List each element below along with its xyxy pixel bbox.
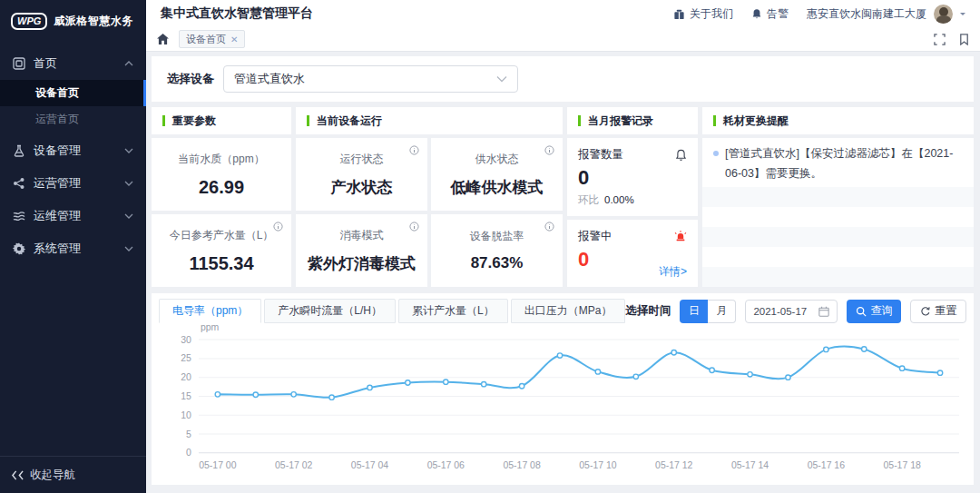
sidebar-item-label: 系统管理 [34, 241, 81, 257]
tab-bar: 设备首页 ✕ [146, 27, 980, 52]
panel-month-alarms: 当月报警记录 报警数量 0 环比0.00% 报警中 [567, 107, 698, 287]
panel-title: 当月报警记录 [588, 113, 653, 129]
empty-row [702, 207, 974, 227]
day-toggle[interactable]: 日 [680, 300, 708, 323]
layers-icon [13, 210, 25, 222]
card-value: 26.99 [199, 177, 244, 198]
chart-tab-label: 出口压力（MPa） [524, 303, 612, 319]
date-picker[interactable]: 2021-05-17 [745, 300, 838, 323]
fullscreen-icon[interactable] [934, 34, 946, 45]
stat-card: 供水状态低峰供水模式 [431, 138, 563, 211]
svg-text:05-17 06: 05-17 06 [427, 459, 465, 470]
device-select[interactable]: 管道式直饮水 [223, 65, 518, 93]
panel-device-running: 当前设备运行 运行状态产水状态供水状态低峰供水模式消毒模式紫外灯消毒模式设备脱盐… [296, 107, 563, 287]
sidebar-item-1[interactable]: 设备管理 [0, 134, 146, 167]
sidebar-menu: 首页设备首页运营首页设备管理运营管理运维管理系统管理 [0, 47, 146, 265]
gear-icon [13, 242, 25, 255]
panel-header: 当前设备运行 [296, 107, 563, 134]
chart-tab-1[interactable]: 产水瞬时流量（L/H） [264, 299, 396, 323]
chart-tab-3[interactable]: 出口压力（MPa） [511, 299, 626, 323]
wpg-logo: WPG [11, 13, 47, 30]
info-icon[interactable] [409, 145, 419, 155]
panel-title: 当前设备运行 [317, 113, 382, 129]
empty-row [702, 227, 974, 247]
panel-title: 耗材更换提醒 [723, 113, 789, 129]
app: WPG 威派格智慧水务 首页设备首页运营首页设备管理运营管理运维管理系统管理 收… [0, 0, 980, 493]
about-us-link[interactable]: 关于我们 [673, 6, 733, 22]
svg-text:05-17 04: 05-17 04 [351, 459, 388, 470]
header-actions: 关于我们 告警 惠安直饮水闽南建工大厦 [673, 5, 965, 24]
ops-icon [13, 177, 25, 190]
svg-text:5: 5 [186, 429, 191, 439]
svg-text:15: 15 [181, 390, 191, 401]
chart-tab-0[interactable]: 电导率（ppm） [159, 299, 261, 323]
alarm-detail-link[interactable]: 详情> [659, 264, 687, 280]
chevron-down-icon [124, 246, 133, 251]
chart-controls: 选择时间 日 月 2021-05-17 查询 [625, 300, 966, 323]
chart-panel: 电导率（ppm）产水瞬时流量（L/H）累计产水量（L）出口压力（MPa） 选择时… [152, 293, 974, 485]
green-bar [307, 115, 309, 126]
sidebar-item-2[interactable]: 运营管理 [0, 167, 146, 200]
main-area: 集中式直饮水智慧管理平台 关于我们 告警 惠安直饮水闽南建工大厦 [146, 0, 980, 493]
flask-icon [13, 144, 25, 157]
bullet-dot [713, 151, 719, 156]
page-title: 集中式直饮水智慧管理平台 [161, 5, 313, 22]
search-icon [856, 306, 867, 317]
panel-consumables: 耗材更换提醒 [管道式直饮水]【保安过滤器滤芯】在【2021-06-03】需要更… [702, 107, 974, 287]
sidebar-subitem-1[interactable]: 运营首页 [0, 106, 146, 133]
subitem-label: 运营首页 [35, 112, 79, 127]
chart-toolbar: 电导率（ppm）产水瞬时流量（L/H）累计产水量（L）出口压力（MPa） 选择时… [152, 293, 974, 323]
sidebar-item-label: 运维管理 [34, 208, 81, 224]
bell-icon [751, 8, 762, 20]
card-label: 运行状态 [340, 152, 384, 167]
panel-header: 重要参数 [152, 107, 291, 134]
card-value: 产水状态 [331, 177, 393, 198]
sidebar: WPG 威派格智慧水务 首页设备首页运营首页设备管理运营管理运维管理系统管理 收… [0, 0, 146, 493]
empty-row [702, 187, 974, 207]
panel-header: 当月报警记录 [567, 107, 698, 134]
sidebar-item-0[interactable]: 首页 [0, 47, 146, 80]
empty-row [702, 267, 974, 287]
info-icon[interactable] [544, 145, 554, 155]
query-button[interactable]: 查询 [847, 300, 901, 323]
sidebar-subitem-0[interactable]: 设备首页 [0, 80, 146, 106]
info-icon[interactable] [409, 222, 419, 232]
info-icon[interactable] [544, 222, 554, 232]
alarm-ratio: 环比0.00% [578, 193, 687, 207]
stat-card: 消毒模式紫外灯消毒模式 [296, 214, 427, 287]
alarm-active-card: 报警中 0 详情> [567, 220, 698, 287]
chart-tab-2[interactable]: 累计产水量（L） [398, 299, 508, 323]
card-label: 今日参考产水量（L） [170, 228, 274, 243]
card-value: 紫外灯消毒模式 [308, 253, 416, 274]
tabbar-right-icons [934, 34, 969, 45]
reset-button[interactable]: 重置 [910, 300, 966, 323]
month-toggle[interactable]: 月 [708, 300, 736, 323]
reset-label: 重置 [935, 303, 956, 319]
alarm-link[interactable]: 告警 [751, 6, 789, 22]
svg-text:ppm: ppm [201, 325, 220, 332]
avatar [934, 5, 953, 24]
sidebar-item-4[interactable]: 系统管理 [0, 232, 146, 265]
sidebar-item-3[interactable]: 运维管理 [0, 200, 146, 232]
account-menu[interactable]: 惠安直饮水闽南建工大厦 [807, 5, 965, 24]
chevron-down-icon [124, 148, 133, 153]
tab-device-home[interactable]: 设备首页 ✕ [179, 30, 245, 48]
date-value: 2021-05-17 [753, 306, 807, 317]
line-chart: 051015202530ppm05-17 0005-17 0205-17 040… [159, 325, 966, 482]
svg-text:05-17 16: 05-17 16 [808, 459, 845, 470]
svg-text:25: 25 [181, 352, 191, 363]
collapse-label: 收起导航 [30, 468, 75, 483]
day-month-toggle: 日 月 [680, 300, 736, 323]
tab-close-icon[interactable]: ✕ [230, 35, 238, 44]
info-icon[interactable] [273, 222, 283, 232]
green-bar [162, 115, 165, 126]
card-label: 供水状态 [475, 152, 519, 167]
content: 选择设备 管道式直饮水 重要参数 当前水质（ppm）26.99今日参考产水量（L… [146, 52, 980, 493]
home-icon [13, 57, 25, 70]
home-tab-icon[interactable] [157, 34, 169, 44]
chevron-down-icon [124, 213, 133, 219]
bookmark-icon[interactable] [959, 34, 969, 45]
chevron-down-icon [496, 75, 507, 83]
svg-text:30: 30 [181, 334, 191, 345]
collapse-nav-button[interactable]: 收起导航 [0, 456, 146, 493]
